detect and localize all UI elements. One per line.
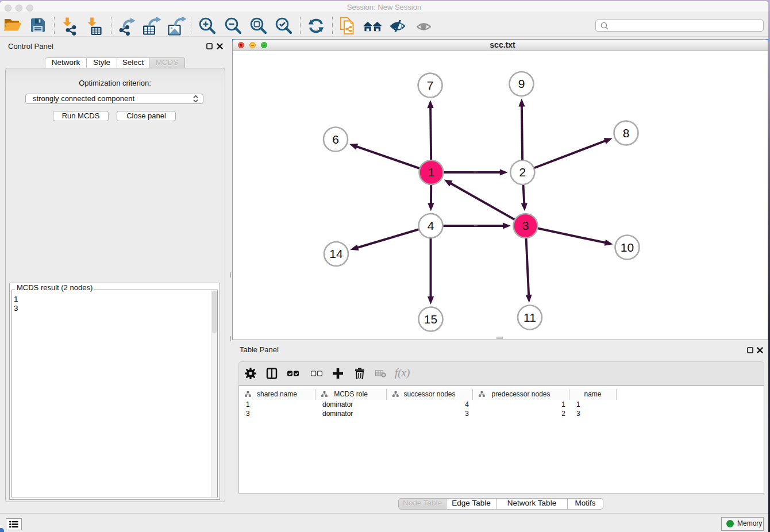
svg-text:15: 15 [424,313,437,326]
svg-text:2: 2 [519,165,526,179]
svg-text:7: 7 [427,79,434,92]
svg-text:14: 14 [329,247,343,260]
svg-text:4: 4 [428,219,434,232]
svg-text:8: 8 [623,126,630,140]
svg-text:9: 9 [518,77,525,90]
svg-text:1: 1 [428,165,435,179]
svg-text:11: 11 [523,311,536,324]
svg-text:10: 10 [621,241,634,254]
svg-text:6: 6 [332,133,339,146]
svg-text:3: 3 [522,219,529,232]
